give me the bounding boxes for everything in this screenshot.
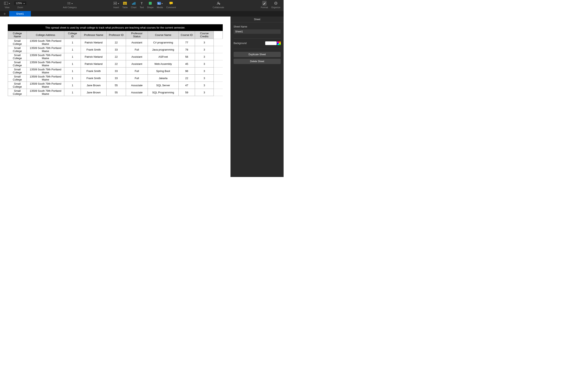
shape-menu[interactable]: Shape bbox=[147, 1, 154, 8]
table-row[interactable]: Small College13509 South 79th Portland M… bbox=[8, 39, 223, 46]
table-cell[interactable]: 45 bbox=[178, 60, 195, 67]
col-header[interactable]: Course Credits bbox=[195, 31, 214, 39]
table-cell[interactable]: Small College bbox=[8, 82, 27, 89]
col-header-empty[interactable] bbox=[214, 31, 223, 39]
canvas[interactable]: This spread sheet is used by small colle… bbox=[0, 17, 231, 177]
table-cell[interactable]: 22 bbox=[107, 53, 126, 60]
table-cell[interactable]: Jane Brown bbox=[81, 82, 106, 89]
col-header[interactable]: College Address bbox=[27, 31, 64, 39]
table-cell[interactable]: 1 bbox=[64, 89, 81, 96]
col-header[interactable]: Professor ID bbox=[107, 31, 126, 39]
table-header-row[interactable]: College Name College Address College ID … bbox=[8, 31, 223, 39]
delete-sheet-button[interactable]: Delete Sheet bbox=[233, 59, 281, 64]
insert-menu[interactable]: Insert bbox=[113, 1, 119, 8]
table-cell[interactable]: 3 bbox=[195, 75, 214, 82]
table-cell-empty[interactable] bbox=[214, 82, 223, 89]
table-cell[interactable]: C# programming bbox=[148, 39, 179, 46]
table-cell[interactable]: 13509 South 79th Portland Maine bbox=[27, 46, 64, 53]
chart-menu[interactable]: Chart bbox=[131, 1, 136, 8]
table-cell[interactable]: 1 bbox=[64, 75, 81, 82]
table-cell[interactable]: 1 bbox=[64, 39, 81, 46]
table-cell[interactable]: Associate bbox=[126, 89, 148, 96]
table-cell[interactable]: 33 bbox=[107, 46, 126, 53]
table-cell[interactable]: Assistant bbox=[126, 39, 148, 46]
col-header[interactable]: Professor Name bbox=[81, 31, 106, 39]
table-cell[interactable]: 1 bbox=[64, 46, 81, 53]
table-cell[interactable]: Patrick Nieland bbox=[81, 39, 106, 46]
table-cell[interactable]: Associate bbox=[126, 82, 148, 89]
table-cell[interactable]: 59 bbox=[178, 89, 195, 96]
table-cell[interactable]: Small College bbox=[8, 46, 27, 53]
table-cell[interactable]: Small College bbox=[8, 75, 27, 82]
comment-tool[interactable]: Comment bbox=[166, 1, 176, 8]
table-cell[interactable]: 55 bbox=[107, 82, 126, 89]
table-cell[interactable]: Small College bbox=[8, 89, 27, 96]
table-cell[interactable]: 3 bbox=[195, 39, 214, 46]
table-cell[interactable]: 3 bbox=[195, 89, 214, 96]
organize-button[interactable]: Organize bbox=[271, 1, 280, 8]
color-picker-button[interactable] bbox=[277, 42, 281, 45]
table-cell[interactable]: 13509 South 79th Portland Maine bbox=[27, 89, 64, 96]
add-sheet-button[interactable] bbox=[0, 11, 9, 17]
table-cell[interactable]: Assistant bbox=[126, 60, 148, 67]
table-cell[interactable]: 77 bbox=[178, 39, 195, 46]
data-table[interactable]: This spread sheet is used by small colle… bbox=[8, 24, 223, 96]
table-row[interactable]: Small College13509 South 79th Portland M… bbox=[8, 82, 223, 89]
table-title-row[interactable]: This spread sheet is used by small colle… bbox=[8, 25, 223, 31]
table-cell[interactable]: 13509 South 79th Portland Maine bbox=[27, 67, 64, 75]
table-cell[interactable]: 3 bbox=[195, 82, 214, 89]
table-cell[interactable]: Frank Smith bbox=[81, 67, 106, 75]
table-row[interactable]: Small College13509 South 79th Portland M… bbox=[8, 46, 223, 53]
table-cell[interactable]: 13509 South 79th Portland Maine bbox=[27, 82, 64, 89]
table-cell[interactable]: 47 bbox=[178, 82, 195, 89]
table-cell[interactable]: Small College bbox=[8, 53, 27, 60]
table-cell[interactable]: Jakarta bbox=[148, 75, 179, 82]
table-cell[interactable]: 1 bbox=[64, 53, 81, 60]
table-cell[interactable]: 22 bbox=[178, 75, 195, 82]
table-cell-empty[interactable] bbox=[214, 46, 223, 53]
text-tool[interactable]: T Text bbox=[140, 1, 144, 8]
background-color-swatch[interactable] bbox=[265, 42, 277, 45]
table-cell[interactable]: Full bbox=[126, 46, 148, 53]
table-cell[interactable]: 1 bbox=[64, 60, 81, 67]
table-cell[interactable]: Web Assembly bbox=[148, 60, 179, 67]
table-cell[interactable]: Small College bbox=[8, 67, 27, 75]
zoom-menu[interactable]: 125% Zoom bbox=[14, 1, 26, 8]
table-cell[interactable]: Assistant bbox=[126, 53, 148, 60]
table-cell[interactable]: 3 bbox=[195, 46, 214, 53]
table-cell[interactable]: SQL Server bbox=[148, 82, 179, 89]
table-cell[interactable]: 3 bbox=[195, 53, 214, 60]
table-cell[interactable]: Full bbox=[126, 75, 148, 82]
table-cell[interactable]: 1 bbox=[64, 82, 81, 89]
table-cell[interactable]: 13509 South 79th Portland Maine bbox=[27, 53, 64, 60]
table-cell[interactable]: 13509 South 79th Portland Maine bbox=[27, 75, 64, 82]
table-cell[interactable]: 78 bbox=[178, 46, 195, 53]
table-cell-empty[interactable] bbox=[214, 89, 223, 96]
table-menu[interactable]: Table bbox=[122, 1, 128, 8]
table-cell-empty[interactable] bbox=[214, 53, 223, 60]
col-header[interactable]: Professor Status bbox=[126, 31, 148, 39]
table-cell[interactable]: Jane Brown bbox=[81, 89, 106, 96]
table-cell[interactable]: 22 bbox=[107, 39, 126, 46]
view-menu[interactable]: View bbox=[3, 1, 11, 8]
table-cell[interactable]: 56 bbox=[178, 53, 195, 60]
table-cell[interactable]: 33 bbox=[107, 75, 126, 82]
table-row[interactable]: Small College13509 South 79th Portland M… bbox=[8, 67, 223, 75]
table-cell-empty[interactable] bbox=[214, 75, 223, 82]
table-cell[interactable]: Full bbox=[126, 67, 148, 75]
table-cell[interactable]: 3 bbox=[195, 60, 214, 67]
table-cell[interactable]: Small College bbox=[8, 60, 27, 67]
table-cell[interactable]: 22 bbox=[107, 60, 126, 67]
table-cell[interactable]: Patrick Nieland bbox=[81, 60, 106, 67]
table-cell[interactable]: 3 bbox=[195, 67, 214, 75]
format-button[interactable]: Format bbox=[261, 1, 268, 8]
tab-sheet1[interactable]: Sheet1 bbox=[9, 11, 31, 17]
table-row[interactable]: Small College13509 South 79th Portland M… bbox=[8, 53, 223, 60]
table-cell[interactable]: SQL Programming bbox=[148, 89, 179, 96]
duplicate-sheet-button[interactable]: Duplicate Sheet bbox=[233, 52, 281, 57]
table-cell-empty[interactable] bbox=[214, 60, 223, 67]
col-header[interactable]: College Name bbox=[8, 31, 27, 39]
table-cell[interactable]: Frank Smith bbox=[81, 75, 106, 82]
table-cell-empty[interactable] bbox=[214, 67, 223, 75]
table-row[interactable]: Small College13509 South 79th Portland M… bbox=[8, 75, 223, 82]
